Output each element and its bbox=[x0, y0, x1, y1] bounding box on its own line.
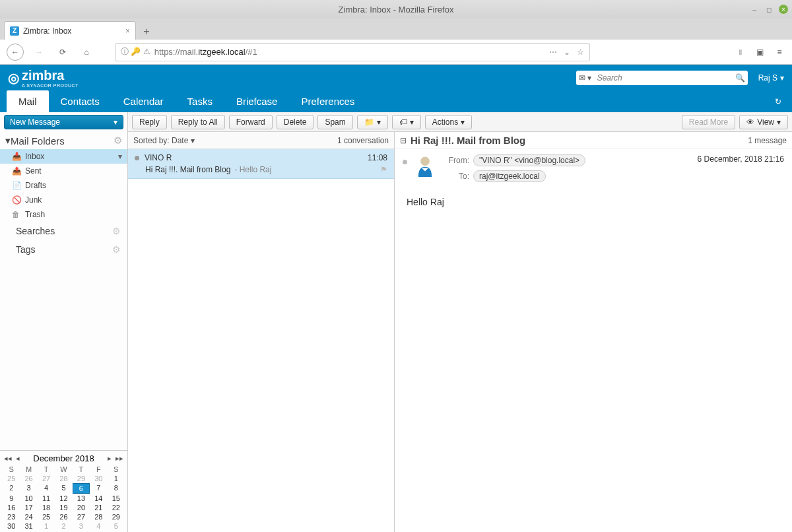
cal-day[interactable]: 16 bbox=[3, 503, 20, 512]
search-input[interactable] bbox=[595, 73, 735, 83]
window-maximize-icon[interactable]: ◻ bbox=[764, 5, 774, 14]
forward-button[interactable]: → bbox=[30, 44, 48, 61]
sidebar-icon[interactable]: ▣ bbox=[754, 46, 766, 58]
tab-close-icon[interactable]: × bbox=[125, 26, 130, 36]
collapse-icon[interactable]: ⊟ bbox=[400, 136, 408, 145]
flag-icon[interactable]: ⚑ bbox=[380, 165, 387, 174]
user-menu[interactable]: Raj S ▾ bbox=[758, 73, 784, 83]
refresh-icon[interactable]: ↻ bbox=[775, 97, 785, 106]
cal-day[interactable]: 29 bbox=[108, 512, 125, 521]
cal-day[interactable]: 24 bbox=[20, 512, 37, 521]
cal-day[interactable]: 10 bbox=[20, 494, 37, 503]
folder-inbox[interactable]: 📥 Inbox ▾ bbox=[0, 149, 127, 164]
chevron-down-icon[interactable]: ▾ bbox=[118, 152, 122, 161]
cal-day[interactable]: 25 bbox=[3, 474, 20, 483]
folder-sent[interactable]: 📤 Sent bbox=[0, 164, 127, 178]
cal-day[interactable]: 1 bbox=[38, 521, 55, 531]
new-message-button[interactable]: New Message ▾ bbox=[4, 115, 123, 129]
cal-day[interactable]: 19 bbox=[55, 503, 72, 512]
url-more-icon[interactable]: ⋯ bbox=[549, 48, 557, 57]
cal-prev-year-icon[interactable]: ◂◂ bbox=[3, 454, 13, 463]
cal-day[interactable]: 12 bbox=[55, 494, 72, 503]
reload-button[interactable]: ⟳ bbox=[54, 44, 71, 61]
menu-icon[interactable]: ≡ bbox=[774, 46, 785, 58]
cal-day[interactable]: 4 bbox=[38, 483, 55, 494]
tab-contacts[interactable]: Contacts bbox=[49, 90, 112, 112]
cal-day[interactable]: 7 bbox=[90, 483, 107, 494]
folder-drafts[interactable]: 📄 Drafts bbox=[0, 178, 127, 193]
cal-day[interactable]: 15 bbox=[108, 494, 125, 503]
cal-day[interactable]: 5 bbox=[55, 483, 72, 494]
tag-button[interactable]: 🏷▾ bbox=[392, 115, 421, 129]
home-button[interactable]: ⌂ bbox=[78, 44, 95, 61]
spam-button[interactable]: Spam bbox=[317, 115, 352, 129]
cal-day[interactable]: 28 bbox=[90, 512, 107, 521]
cal-day[interactable]: 25 bbox=[38, 512, 55, 521]
tab-tasks[interactable]: Tasks bbox=[176, 90, 224, 112]
site-info-icon[interactable]: ⓘ 🔑 ⚠ bbox=[121, 46, 150, 57]
cal-day[interactable]: 13 bbox=[73, 494, 90, 503]
cal-day[interactable]: 26 bbox=[55, 512, 72, 521]
cal-day[interactable]: 2 bbox=[55, 521, 72, 531]
cal-day[interactable]: 23 bbox=[3, 512, 20, 521]
cal-day[interactable]: 20 bbox=[73, 503, 90, 512]
reply-all-button[interactable]: Reply to All bbox=[171, 115, 225, 129]
to-value[interactable]: raj@itzgeek.local bbox=[473, 170, 546, 182]
browser-tab[interactable]: Z Zimbra: Inbox × bbox=[4, 21, 136, 40]
cal-next-year-icon[interactable]: ▸▸ bbox=[114, 454, 125, 463]
window-close-icon[interactable]: × bbox=[779, 5, 788, 14]
cal-day[interactable]: 11 bbox=[38, 494, 55, 503]
sort-by[interactable]: Sorted by: Date ▾ bbox=[133, 136, 195, 145]
cal-day[interactable]: 8 bbox=[108, 483, 125, 494]
reply-button[interactable]: Reply bbox=[132, 115, 167, 129]
tab-briefcase[interactable]: Briefcase bbox=[224, 90, 290, 112]
gear-icon[interactable]: ⚙ bbox=[112, 226, 121, 236]
tags-section[interactable]: Tags⚙ bbox=[0, 240, 127, 259]
move-button[interactable]: 📁▾ bbox=[357, 115, 388, 129]
forward-button[interactable]: Forward bbox=[229, 115, 273, 129]
library-icon[interactable]: ⫴ bbox=[734, 46, 746, 58]
cal-day[interactable]: 14 bbox=[90, 494, 107, 503]
cal-day[interactable]: 26 bbox=[20, 474, 37, 483]
cal-prev-month-icon[interactable]: ◂ bbox=[15, 454, 21, 463]
cal-day[interactable]: 2 bbox=[3, 483, 20, 494]
bookmark-star-icon[interactable]: ☆ bbox=[577, 48, 584, 57]
tab-preferences[interactable]: Preferences bbox=[289, 90, 366, 112]
cal-day[interactable]: 22 bbox=[108, 503, 125, 512]
gear-icon[interactable]: ⚙ bbox=[114, 135, 122, 147]
cal-day[interactable]: 5 bbox=[108, 521, 125, 531]
cal-day[interactable]: 4 bbox=[90, 521, 107, 531]
tab-calendar[interactable]: Calendar bbox=[112, 90, 176, 112]
tab-mail[interactable]: Mail bbox=[7, 90, 49, 112]
cal-day[interactable]: 1 bbox=[108, 474, 125, 483]
cal-day[interactable]: 31 bbox=[20, 521, 37, 531]
cal-next-month-icon[interactable]: ▸ bbox=[106, 454, 113, 463]
searches-section[interactable]: Searches⚙ bbox=[0, 222, 127, 240]
cal-day[interactable]: 30 bbox=[90, 474, 107, 483]
window-minimize-icon[interactable]: – bbox=[750, 5, 759, 14]
cal-day[interactable]: 9 bbox=[3, 494, 20, 503]
cal-day[interactable]: 27 bbox=[73, 512, 90, 521]
cal-day[interactable]: 27 bbox=[38, 474, 55, 483]
view-button[interactable]: 👁 View ▾ bbox=[739, 115, 788, 129]
cal-day[interactable]: 28 bbox=[55, 474, 72, 483]
folders-header[interactable]: ▾ Mail Folders ⚙ bbox=[0, 132, 127, 149]
cal-day[interactable]: 30 bbox=[3, 521, 20, 531]
back-button[interactable]: ← bbox=[7, 44, 24, 61]
new-tab-button[interactable]: + bbox=[139, 24, 154, 40]
cal-day[interactable]: 21 bbox=[90, 503, 107, 512]
cal-day[interactable]: 17 bbox=[20, 503, 37, 512]
gear-icon[interactable]: ⚙ bbox=[112, 244, 121, 255]
folder-junk[interactable]: 🚫 Junk bbox=[0, 193, 127, 207]
search-type-dropdown[interactable]: ✉ ▾ bbox=[579, 73, 595, 83]
pocket-icon[interactable]: ⌄ bbox=[564, 48, 570, 57]
cal-day[interactable]: 29 bbox=[73, 474, 90, 483]
cal-day[interactable]: 6 bbox=[73, 483, 90, 494]
url-bar[interactable]: ⓘ 🔑 ⚠ https://mail.itzgeek.local/#1 ⋯ ⌄ … bbox=[115, 43, 590, 61]
zimbra-logo[interactable]: ◎ zimbra A SYNACOR PRODUCT bbox=[8, 68, 79, 88]
cal-day[interactable]: 3 bbox=[73, 521, 90, 531]
folder-trash[interactable]: 🗑 Trash bbox=[0, 207, 127, 222]
read-more-button[interactable]: Read More bbox=[682, 115, 735, 129]
delete-button[interactable]: Delete bbox=[277, 115, 314, 129]
cal-day[interactable]: 18 bbox=[38, 503, 55, 512]
